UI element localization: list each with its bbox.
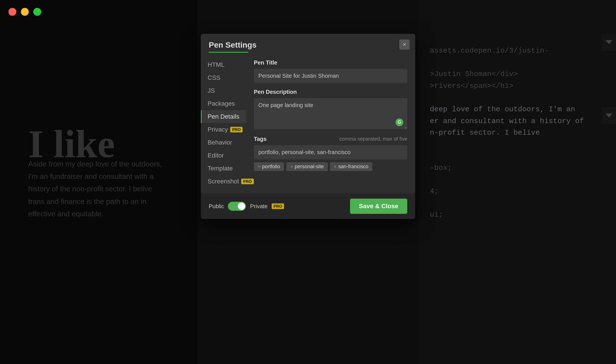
nav-item-css-label: CSS xyxy=(208,74,220,81)
save-close-button[interactable]: Save & Close xyxy=(350,199,407,214)
maximize-traffic-light[interactable] xyxy=(33,8,41,16)
private-pro-badge: PRO xyxy=(272,203,284,209)
nav-item-html[interactable]: HTML xyxy=(201,58,246,71)
nav-item-js[interactable]: JS xyxy=(201,84,246,97)
tags-hint: comma separated, max of five xyxy=(339,136,407,142)
tag-chips-container: × portfolio × personal-site × san-franci… xyxy=(254,162,407,171)
modal-content-area: Pen Title Pen Description One page landi… xyxy=(246,53,415,194)
traffic-lights xyxy=(8,8,41,16)
nav-item-css[interactable]: CSS xyxy=(201,71,246,84)
tags-input[interactable] xyxy=(254,145,407,159)
nav-item-packages-label: Packages xyxy=(208,100,235,107)
nav-item-editor[interactable]: Editor xyxy=(201,149,246,162)
pen-description-group: Pen Description One page landing site G … xyxy=(254,89,407,130)
pen-title-label: Pen Title xyxy=(254,59,407,66)
resize-handle[interactable]: ⌟ xyxy=(404,124,406,129)
tag-remove-san-francisco[interactable]: × xyxy=(334,164,336,169)
tag-chip-portfolio-label: portfolio xyxy=(262,164,280,170)
nav-item-pen-details[interactable]: Pen Details xyxy=(201,110,246,123)
nav-item-screenshot-label: Screenshot xyxy=(208,178,239,185)
pen-description-label: Pen Description xyxy=(254,89,407,95)
tag-chip-portfolio: × portfolio xyxy=(254,162,284,171)
pen-description-wrapper: One page landing site G ⌟ xyxy=(254,98,407,130)
nav-item-editor-label: Editor xyxy=(208,152,224,159)
public-label: Public xyxy=(209,203,224,210)
nav-item-template-label: Template xyxy=(208,165,233,172)
tag-chip-san-francisco-label: san-francisco xyxy=(338,164,368,170)
tag-remove-portfolio[interactable]: × xyxy=(258,164,260,169)
pen-description-input[interactable]: One page landing site xyxy=(254,98,407,129)
modal-nav: HTML CSS JS Packages Pen Details Privacy… xyxy=(201,53,246,194)
nav-item-template[interactable]: Template xyxy=(201,162,246,175)
nav-item-privacy-label: Privacy xyxy=(208,126,228,133)
modal-header: Pen Settings × xyxy=(201,34,415,53)
modal-body: HTML CSS JS Packages Pen Details Privacy… xyxy=(201,53,415,194)
public-private-toggle[interactable] xyxy=(228,202,246,211)
nav-item-js-label: JS xyxy=(208,87,215,94)
tag-remove-personal-site[interactable]: × xyxy=(290,164,293,169)
nav-item-packages[interactable]: Packages xyxy=(201,97,246,110)
minimize-traffic-light[interactable] xyxy=(21,8,29,16)
modal-close-button[interactable]: × xyxy=(399,39,410,50)
close-traffic-light[interactable] xyxy=(8,8,16,16)
pen-title-input[interactable] xyxy=(254,69,407,83)
toggle-knob xyxy=(238,203,245,210)
nav-item-screenshot[interactable]: Screenshot PRO xyxy=(201,175,246,188)
nav-item-behavior-label: Behavior xyxy=(208,139,232,146)
pen-settings-modal: Pen Settings × HTML CSS JS Packages Pen … xyxy=(201,34,415,219)
modal-title-wrapper: Pen Settings xyxy=(209,41,257,53)
modal-title: Pen Settings xyxy=(209,41,257,50)
nav-item-privacy[interactable]: Privacy PRO xyxy=(201,123,246,136)
tag-chip-san-francisco: × san-francisco xyxy=(330,162,372,171)
private-label: Private xyxy=(250,203,267,210)
privacy-pro-badge: PRO xyxy=(230,127,243,132)
tag-chip-personal-site-label: personal-site xyxy=(295,164,324,170)
footer-left: Public Private PRO xyxy=(209,202,284,211)
tag-chip-personal-site: × personal-site xyxy=(286,162,327,171)
pen-title-group: Pen Title xyxy=(254,59,407,83)
nav-item-pen-details-label: Pen Details xyxy=(208,113,239,120)
nav-item-html-label: HTML xyxy=(208,61,225,68)
tags-meta: Tags comma separated, max of five xyxy=(254,136,407,142)
tags-label: Tags xyxy=(254,136,267,142)
grammarly-icon: G xyxy=(395,118,403,126)
nav-item-behavior[interactable]: Behavior xyxy=(201,136,246,149)
tags-group: Tags comma separated, max of five × port… xyxy=(254,136,407,171)
modal-footer: Public Private PRO Save & Close xyxy=(201,194,415,219)
